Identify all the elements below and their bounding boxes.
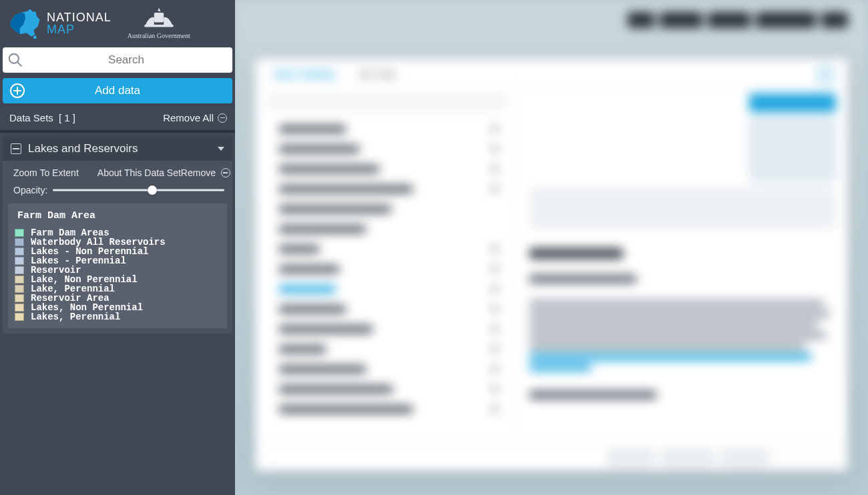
legend-swatch	[15, 229, 24, 237]
brand-line1: NATIONAL	[47, 11, 112, 23]
panel-actions: Zoom To Extent About This Data Set Remov…	[3, 161, 232, 182]
legend-swatch	[15, 257, 24, 265]
catalog-detail	[516, 87, 848, 443]
legend-item: Lakes - Perennial	[15, 256, 220, 266]
legend-label: Lake, Non Perennial	[31, 275, 138, 284]
about-dataset-button[interactable]: About This Data Set	[97, 167, 181, 178]
australia-logo-icon	[7, 6, 43, 41]
legend-label: Lakes - Non Perennial	[31, 247, 148, 256]
brand-bar: NATIONAL MAP Australian Government	[0, 0, 235, 45]
legend-item: Lake, Perennial	[15, 284, 220, 294]
legend-item: Lakes, Non Perennial	[15, 303, 220, 312]
legend-list: Farm Dam AreasWaterbody All ReservoirsLa…	[15, 228, 220, 322]
remove-all-button[interactable]: Remove All	[163, 112, 227, 123]
search-input[interactable]	[24, 53, 228, 67]
legend-label: Lakes, Perennial	[31, 312, 120, 322]
legend-label: Lakes, Non Perennial	[31, 303, 143, 312]
legend-item: Reservoir	[15, 266, 220, 275]
search-icon	[7, 51, 24, 69]
gov-label: Australian Government	[128, 32, 190, 39]
tab-data-catalog[interactable]: Data Catalog	[274, 68, 335, 79]
add-data-button[interactable]: Add data	[3, 78, 232, 103]
add-to-map-button[interactable]	[749, 93, 836, 112]
legend-item: Waterbody All Reservoirs	[15, 237, 220, 247]
legend-label: Farm Dam Areas	[31, 228, 110, 237]
plus-circle-icon	[9, 83, 25, 99]
data-catalog-modal: Data Catalog My Data	[255, 59, 848, 471]
dataset-title: Lakes and Reservoirs	[28, 142, 211, 155]
opacity-label: Opacity:	[13, 185, 47, 195]
legend-item: Reservoir Area	[15, 294, 220, 303]
legend-swatch	[15, 294, 24, 302]
opacity-slider[interactable]	[53, 185, 224, 195]
minus-circle-icon	[218, 113, 227, 123]
svg-line-3	[17, 62, 21, 65]
legend-swatch	[15, 266, 24, 274]
slider-thumb[interactable]	[148, 185, 157, 195]
legend-title: Farm Dam Area	[15, 210, 220, 221]
remove-label: Remove	[181, 167, 216, 178]
legend-swatch	[15, 248, 24, 256]
legend-label: Reservoir Area	[31, 294, 110, 303]
search-box[interactable]	[3, 47, 232, 73]
top-buttons	[628, 12, 848, 28]
remove-all-label: Remove All	[163, 112, 214, 123]
crest-icon	[141, 7, 177, 31]
legend-item: Lakes - Non Perennial	[15, 247, 220, 256]
layer-visibility-icon[interactable]	[11, 143, 21, 154]
legend-label: Waterbody All Reservoirs	[31, 237, 166, 247]
legend-label: Lakes - Perennial	[31, 256, 126, 266]
datasets-label: Data Sets	[9, 112, 53, 123]
minus-circle-icon	[221, 168, 230, 177]
catalog-tree	[255, 87, 516, 443]
remove-dataset-button[interactable]: Remove	[181, 167, 230, 178]
legend-swatch	[15, 238, 24, 246]
legend-swatch	[15, 285, 24, 293]
close-icon[interactable]	[816, 65, 835, 84]
tab-my-data[interactable]: My Data	[359, 68, 397, 79]
brand-line2: MAP	[47, 23, 112, 35]
legend-item: Lakes, Perennial	[15, 312, 220, 322]
sidebar: NATIONAL MAP Australian Government	[0, 0, 235, 495]
gov-crest: Australian Government	[128, 7, 190, 39]
legend-item: Farm Dam Areas	[15, 228, 220, 237]
legend-label: Reservoir	[31, 266, 81, 275]
catalog-tabs: Data Catalog My Data	[255, 59, 848, 87]
legend-swatch	[15, 304, 24, 312]
preview-thumb	[749, 117, 836, 181]
brand-text: NATIONAL MAP	[47, 11, 112, 35]
legend-label: Lake, Perennial	[31, 284, 115, 294]
opacity-row: Opacity:	[3, 182, 232, 202]
chevron-down-icon	[218, 147, 224, 151]
legend-box: Farm Dam Area Farm Dam AreasWaterbody Al…	[8, 203, 227, 328]
dataset-panel-header[interactable]: Lakes and Reservoirs	[3, 137, 232, 161]
zoom-to-extent-button[interactable]: Zoom To Extent	[13, 167, 79, 178]
svg-rect-0	[154, 13, 164, 22]
dataset-panel: Lakes and Reservoirs Zoom To Extent Abou…	[3, 137, 232, 334]
legend-swatch	[15, 313, 24, 321]
svg-rect-1	[144, 25, 173, 27]
datasets-bar: Data Sets [ 1 ] Remove All	[0, 107, 235, 133]
map-main-blurred: Data Catalog My Data	[235, 0, 868, 495]
legend-swatch	[15, 276, 24, 284]
catalog-footer	[255, 443, 848, 471]
add-data-label: Add data	[95, 84, 140, 97]
datasets-count: [ 1 ]	[59, 112, 75, 123]
legend-item: Lake, Non Perennial	[15, 275, 220, 284]
